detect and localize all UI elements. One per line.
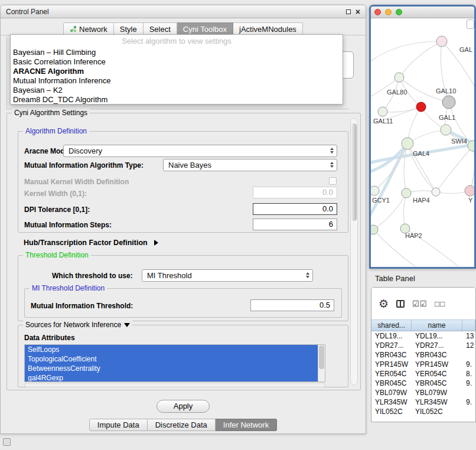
settings-scrollbar[interactable] [350, 118, 358, 385]
data-attribute-item[interactable]: gal4RGexp [25, 373, 318, 382]
network-edge [399, 41, 442, 77]
scrollbar-thumb[interactable] [351, 123, 357, 221]
float-window-button[interactable] [346, 9, 351, 14]
table-row[interactable]: YPR145WYPR145W9. [371, 360, 475, 369]
data-attribute-item[interactable]: SelfLoops [25, 345, 318, 354]
select-all-checks-icon[interactable]: ☑☑ [412, 299, 427, 308]
network-node-label: Y [468, 197, 473, 204]
network-node[interactable] [436, 36, 447, 47]
network-node[interactable] [402, 188, 411, 198]
float-window-icon [346, 9, 351, 14]
control-panel-titlebar[interactable]: Control Panel × [1, 5, 366, 18]
which-threshold-select[interactable]: MI Threshold [142, 269, 313, 282]
network-node[interactable] [432, 188, 440, 196]
algorithm-option[interactable]: Mutual Information Inference [11, 76, 343, 86]
data-attribute-item[interactable]: BetweennessCentrality [25, 364, 318, 373]
scroll-corner-widget[interactable] [467, 19, 474, 29]
tab-label: jActiveMNodules [239, 25, 296, 34]
table-row[interactable]: YDL19...YDL19...13 [371, 331, 475, 341]
manual-kernel-checkbox[interactable] [329, 177, 337, 185]
sources-group-toggle[interactable]: Sources for Network Inference [23, 321, 132, 329]
table-cell: YPR145W [371, 360, 412, 369]
column-header[interactable]: shared... [371, 320, 412, 331]
network-node-label: GAL1 [439, 114, 455, 121]
data-attribute-item[interactable]: TopologicalCoefficient [25, 354, 318, 364]
zoom-traffic-light[interactable] [396, 9, 402, 15]
network-node-label: SWI4 [451, 138, 467, 145]
kernel-width-field[interactable]: 0.0 [253, 187, 337, 198]
table-row[interactable]: YIL052CYIL052C [371, 407, 475, 416]
combo-arrows-icon [330, 148, 334, 154]
table-toolbar: ⚙ ☑☑ □□ [371, 288, 475, 319]
combo-arrows-icon [306, 272, 309, 278]
close-traffic-light[interactable] [374, 9, 381, 15]
attributes-horizontal-scrollbar[interactable] [24, 383, 325, 387]
network-node[interactable] [371, 186, 379, 195]
deselect-all-checks-icon[interactable]: □□ [435, 299, 445, 308]
network-node[interactable] [465, 185, 474, 196]
column-header[interactable] [462, 320, 475, 331]
network-node-label: HAP4 [413, 197, 430, 204]
tab-select[interactable]: Select [144, 22, 177, 35]
algorithm-option[interactable]: Bayesian – K2 [11, 86, 343, 95]
collapse-arrow-icon [124, 323, 130, 327]
tab-infer-network[interactable]: Infer Network [216, 419, 277, 431]
table-row[interactable]: YLR345WYLR345W9. [371, 397, 475, 407]
table-row[interactable]: YER054CYER054C8. [371, 369, 475, 379]
network-node[interactable] [416, 102, 426, 112]
algorithm-option[interactable]: Dream8 DC_TDC Algorithm [11, 95, 343, 105]
apply-button[interactable]: Apply [157, 400, 210, 413]
table-cell: YDR27... [371, 341, 412, 350]
network-node[interactable] [371, 225, 378, 234]
table-row[interactable]: YBL079WYBL079W [371, 388, 475, 397]
table-panel-title: Table Panel [375, 274, 415, 283]
network-canvas-area[interactable]: GALGAL80GAL10GAL11GAL1SWI4GAL4GCY1HAP4YH… [371, 18, 474, 266]
tab-style[interactable]: Style [114, 22, 144, 35]
table-cell: YBL079W [412, 388, 462, 397]
close-window-button[interactable]: × [356, 8, 360, 16]
table-cell: YIL052C [371, 407, 412, 416]
minimize-traffic-light[interactable] [385, 9, 392, 15]
algorithm-dropdown-placeholder: Select algorithm to view settings [11, 35, 343, 48]
table-row[interactable]: YBR045CYBR045C9. [371, 379, 475, 388]
network-window-titlebar[interactable] [371, 6, 474, 18]
dpi-tolerance-field[interactable]: 0.0 [253, 203, 337, 215]
tab-impute-data[interactable]: Impute Data [89, 419, 148, 431]
table-cell: YBR043C [371, 350, 412, 360]
data-attributes-list[interactable]: SelfLoopsTopologicalCoefficientBetweenne… [24, 344, 325, 382]
table-row[interactable]: YDR27...YDR27...12 [371, 341, 475, 350]
gear-icon[interactable]: ⚙ [379, 298, 389, 309]
network-node[interactable] [395, 73, 404, 82]
which-threshold-value: MI Threshold [147, 271, 192, 280]
dpi-tolerance-label: DPI Tolerance [0,1]: [24, 206, 90, 214]
hub-definition-label: Hub/Transcription Factor Definition [24, 239, 148, 247]
algorithm-option[interactable]: Bayesian – Hill Climbing [11, 48, 343, 57]
network-node-label: GAL10 [436, 87, 456, 94]
manual-kernel-label: Manual Kernel Width Definition [24, 178, 129, 186]
table-columns-icon[interactable] [396, 300, 405, 308]
column-header[interactable]: name [412, 320, 462, 331]
table-row[interactable]: YBR043CYBR043C [371, 350, 475, 360]
network-canvas[interactable]: GALGAL80GAL10GAL11GAL1SWI4GAL4GCY1HAP4YH… [371, 18, 474, 266]
hub-definition-toggle[interactable]: Hub/Transcription Factor Definition [24, 239, 158, 247]
attributes-scrollbar[interactable] [318, 345, 325, 381]
table-cell [462, 388, 475, 397]
mi-steps-field[interactable]: 6 [253, 219, 337, 230]
algorithm-option[interactable]: Basic Correlation Inference [11, 57, 343, 67]
tab-jactivemnodules[interactable]: jActiveMNodules [233, 22, 303, 35]
network-node[interactable] [378, 107, 387, 116]
scrollbar-thumb[interactable] [319, 345, 324, 369]
network-node[interactable] [442, 96, 455, 109]
tab-cyni-toolbox[interactable]: Cyni Toolbox [177, 22, 233, 35]
aracne-mode-select[interactable]: Discovery [63, 145, 337, 157]
minimized-panel-icon[interactable] [3, 438, 11, 446]
network-node[interactable] [441, 125, 451, 135]
tab-discretize-data[interactable]: Discretize Data [148, 419, 216, 431]
tab-network[interactable]: Network [63, 22, 114, 35]
mi-threshold-field[interactable]: 0.5 [250, 299, 334, 311]
table-cell: YER054C [371, 369, 412, 379]
combo-arrows-icon [330, 162, 334, 168]
network-node[interactable] [402, 138, 413, 149]
mi-type-select[interactable]: Naive Bayes [163, 159, 337, 171]
algorithm-option[interactable]: ARACNE Algorithm [11, 67, 343, 76]
